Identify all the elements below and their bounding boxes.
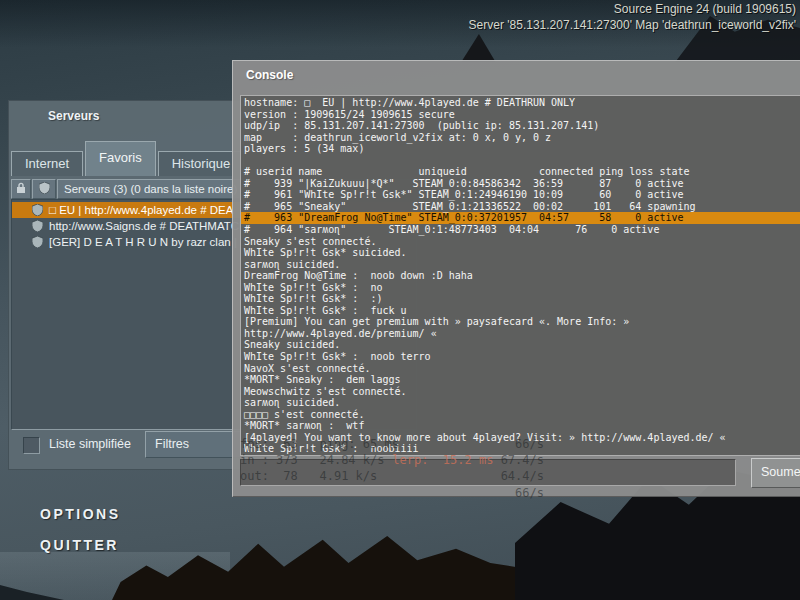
console-line: NavoX s'est connecté. xyxy=(244,363,800,375)
engine-server-map-text: Server '85.131.207.141:27300' Map 'death… xyxy=(469,17,796,33)
menu-item-options[interactable]: OPTIONS xyxy=(40,506,121,522)
console-line xyxy=(244,155,800,167)
vac-shield-icon xyxy=(32,236,43,248)
console-line: Meowschwitz s'est connecté. xyxy=(244,386,800,398)
console-window: Console hostname: □ EU | http://www.4pla… xyxy=(232,60,800,497)
console-line: DreamFrog No@Time : noob down :D haha xyxy=(244,270,800,282)
server-name: [GER] D E A T H R U N by razr clan | ST xyxy=(49,236,255,248)
secure-column-button[interactable] xyxy=(32,179,56,199)
server-name: □ EU | http://www.4played.de # DEA xyxy=(49,204,233,216)
console-line: WhIte Sp!r!t Gsk* : :) xyxy=(244,293,800,305)
console-line: ѕarʍoɳ suicided. xyxy=(244,259,800,271)
console-title: Console xyxy=(246,68,293,82)
server-name: http://www.Saigns.de # DEATHMATCH xyxy=(49,220,247,232)
console-line: http://www.4played.de/premium/ « xyxy=(244,328,800,340)
window-title: Serveurs xyxy=(48,109,99,123)
console-line: version : 1909615/24 1909615 secure xyxy=(244,109,800,121)
password-column-button[interactable] xyxy=(11,179,31,199)
console-line-highlighted: # 963 "DreamFrog No@Time" STEAM_0:0:3720… xyxy=(241,212,800,224)
menu-item-quitter[interactable]: QUITTER xyxy=(40,537,121,553)
net-graph-row: out: 78 4.91 k/s64.4/s xyxy=(240,468,544,484)
submit-button[interactable]: Soumet xyxy=(751,458,800,488)
console-line: # 939 "|KaiZukuuu|*Q*" STEAM_0:0:8458634… xyxy=(244,178,800,190)
tab-favoris[interactable]: Favoris xyxy=(85,141,156,176)
console-line: # 965 "Sneaky" STEAM_0:1:21336522 00:02 … xyxy=(244,201,800,213)
console-line: udp/ip : 85.131.207.141:27300 (public ip… xyxy=(244,120,800,132)
console-line: # 961 "WhIte Sp!r!t Gsk*" STEAM_0:1:2494… xyxy=(244,189,800,201)
net-graph-row: 66/s xyxy=(240,485,544,501)
tab-internet[interactable]: Internet xyxy=(11,151,83,176)
console-line: players : 5 (34 max) xyxy=(244,143,800,155)
console-line: *MORT* ѕarʍoɳ : wtf xyxy=(244,420,800,432)
game-menu: OPTIONSQUITTER xyxy=(40,506,121,568)
server-tabs: InternetFavorisHistorique xyxy=(11,140,244,176)
console-line: ѕarʍoɳ suicided. xyxy=(244,397,800,409)
console-line: WhIte Sp!r!t Gsk* suicided. xyxy=(244,247,800,259)
console-line: # userid name uniqueid connected ping lo… xyxy=(244,166,800,178)
game-screen: COUNTER-STRIKE SOURCE Source Engine 24 (… xyxy=(0,0,800,600)
vac-shield-icon xyxy=(32,204,43,216)
shield-icon xyxy=(39,180,50,198)
vac-shield-icon xyxy=(32,220,43,232)
net-graph: fps: 63 ping: 65 ms66/sin : 373 24.84 k/… xyxy=(240,436,544,501)
console-line: *MORT* Sneaky : dem laggs xyxy=(244,374,800,386)
engine-overlay: Source Engine 24 (build 1909615) Server … xyxy=(469,1,796,33)
net-graph-row: in : 373 24.84 k/slerp: 15.2 ms 67.4/s xyxy=(240,452,544,468)
console-line: WhIte Sp!r!t Gsk* : fuck u xyxy=(244,305,800,317)
engine-build-text: Source Engine 24 (build 1909615) xyxy=(469,1,796,17)
simplified-list-label: Liste simplifiée xyxy=(49,437,131,451)
console-line: WhIte Sp!r!t Gsk* : noob terro xyxy=(244,351,800,363)
console-line: map : deathrun_iceworld_v2fix at: 0 x, 0… xyxy=(244,132,800,144)
console-line: Sneaky suicided. xyxy=(244,339,800,351)
console-line: [Premium] You can get premium with » pay… xyxy=(244,316,800,328)
net-graph-row: fps: 63 ping: 65 ms66/s xyxy=(240,436,544,452)
console-line: □□□□ s'est connecté. xyxy=(244,409,800,421)
console-line: WhIte Sp!r!t Gsk* : no xyxy=(244,282,800,294)
console-line: # 964 "ѕarʍoɳ" STEAM_0:1:48773403 04:04 … xyxy=(244,224,800,236)
lock-icon xyxy=(16,180,26,198)
console-line: hostname: □ EU | http://www.4played.de #… xyxy=(244,97,800,109)
console-log[interactable]: hostname: □ EU | http://www.4played.de #… xyxy=(240,95,800,456)
console-line: Sneaky s'est connecté. xyxy=(244,236,800,248)
simplified-list-checkbox[interactable] xyxy=(23,437,40,454)
